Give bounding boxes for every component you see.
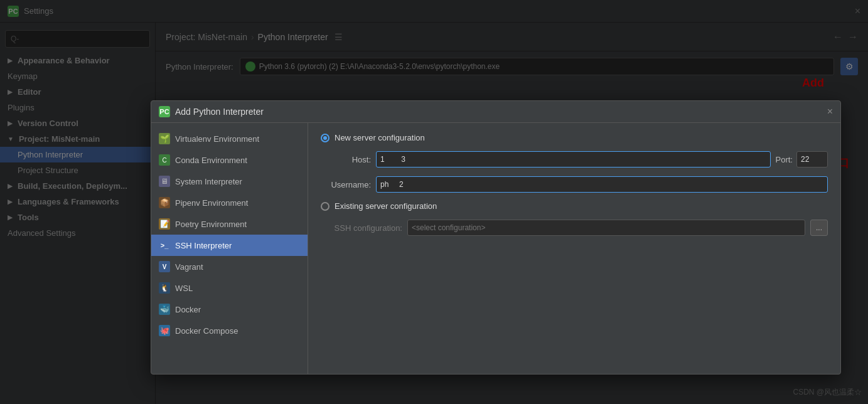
virtualenv-icon: 🌱 — [159, 133, 170, 144]
new-server-label: New server configuration — [335, 133, 425, 142]
dialog-logo: PC — [159, 106, 170, 117]
menu-item-poetry[interactable]: 📝 Poetry Environment — [151, 213, 308, 235]
dialog-close-button[interactable]: × — [827, 106, 833, 117]
host-input[interactable] — [376, 151, 771, 167]
ssh-config-row: SSH configuration: ... — [321, 220, 828, 236]
port-input[interactable] — [796, 151, 828, 167]
settings-window: PC Settings × ▶ Appearance & Behavior Ke… — [0, 0, 868, 404]
ssh-config-label: SSH configuration: — [321, 223, 402, 233]
dialog-title: Add Python Interpreter — [175, 107, 822, 117]
ssh-config-input[interactable] — [407, 220, 805, 236]
port-label: Port: — [776, 155, 793, 164]
system-icon: 🖥 — [159, 176, 170, 187]
docker-icon: 🐳 — [159, 304, 170, 315]
dialog-title-bar: PC Add Python Interpreter × — [151, 101, 840, 123]
username-input[interactable] — [376, 176, 828, 193]
menu-item-vagrant[interactable]: V Vagrant — [151, 256, 308, 277]
dialog-body: 🌱 Virtualenv Environment C Conda Environ… — [151, 123, 840, 374]
host-label: Host: — [321, 155, 371, 164]
host-port-row: Host: Port: — [321, 151, 828, 167]
menu-item-conda[interactable]: C Conda Environment — [151, 149, 308, 171]
menu-item-virtualenv[interactable]: 🌱 Virtualenv Environment — [151, 128, 308, 149]
username-row: Username: — [321, 176, 828, 193]
dialog-panel: New server configuration Host: Port: Use — [308, 123, 840, 374]
dialog-overlay: PC Add Python Interpreter × 🌱 Virtualenv… — [0, 0, 868, 404]
add-interpreter-dialog: PC Add Python Interpreter × 🌱 Virtualenv… — [151, 100, 841, 375]
menu-item-docker-compose[interactable]: 🐙 Docker Compose — [151, 320, 308, 341]
docker-compose-icon: 🐙 — [159, 325, 170, 336]
new-server-radio[interactable] — [321, 134, 330, 142]
vagrant-icon: V — [159, 261, 170, 272]
ssh-config-browse-button[interactable]: ... — [810, 220, 828, 236]
menu-item-wsl[interactable]: 🐧 WSL — [151, 277, 308, 299]
ssh-icon: >_ — [159, 240, 170, 251]
new-server-radio-row: New server configuration — [321, 133, 828, 142]
port-section: Port: — [776, 151, 828, 167]
wsl-icon: 🐧 — [159, 282, 170, 294]
menu-item-pipenv[interactable]: 📦 Pipenv Environment — [151, 192, 308, 213]
menu-item-ssh[interactable]: >_ SSH Interpreter — [151, 235, 308, 256]
menu-item-system[interactable]: 🖥 System Interpreter — [151, 171, 308, 192]
existing-server-radio[interactable] — [321, 202, 330, 211]
dialog-menu: 🌱 Virtualenv Environment C Conda Environ… — [151, 123, 308, 374]
existing-server-label: Existing server configuration — [335, 201, 437, 211]
existing-server-radio-row: Existing server configuration — [321, 201, 828, 211]
username-label: Username: — [321, 180, 371, 189]
poetry-icon: 📝 — [159, 218, 170, 230]
pipenv-icon: 📦 — [159, 197, 170, 208]
menu-item-docker[interactable]: 🐳 Docker — [151, 299, 308, 320]
conda-icon: C — [159, 154, 170, 166]
